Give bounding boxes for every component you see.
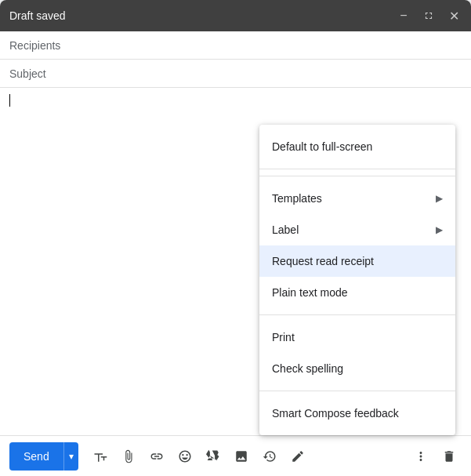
menu-item-label-templates: Templates xyxy=(272,192,322,205)
subject-field xyxy=(0,60,471,88)
edit-button[interactable] xyxy=(285,444,310,469)
insert-emoji-button[interactable] xyxy=(172,444,197,469)
menu-item-templates[interactable]: Templates▶ xyxy=(259,183,455,214)
menu-divider xyxy=(259,391,455,391)
close-button[interactable]: ✕ xyxy=(446,8,462,24)
delete-button[interactable] xyxy=(437,444,462,469)
menu-item-label-print: Print xyxy=(272,331,295,343)
compose-header: Draft saved − ✕ xyxy=(0,0,471,31)
menu-item-label-check-spelling: Check spelling xyxy=(272,362,343,375)
menu-divider xyxy=(259,176,455,176)
insert-link-button[interactable] xyxy=(144,444,169,469)
header-actions: − ✕ xyxy=(396,8,462,24)
menu-divider xyxy=(259,169,455,169)
chevron-right-icon: ▶ xyxy=(436,193,443,204)
expand-button[interactable] xyxy=(421,8,437,24)
toolbar-end xyxy=(408,444,462,469)
attach-file-button[interactable] xyxy=(116,444,141,469)
recipients-field xyxy=(0,31,471,60)
compose-toolbar: Send ▾ xyxy=(0,435,471,476)
menu-divider xyxy=(259,314,455,315)
compose-window: Draft saved − ✕ Default to full-screenTe… xyxy=(0,0,471,476)
google-drive-button[interactable] xyxy=(201,444,226,469)
menu-item-request-read-receipt[interactable]: Request read receipt xyxy=(259,245,455,277)
send-button[interactable]: Send xyxy=(9,442,63,471)
menu-item-check-spelling[interactable]: Check spelling xyxy=(259,353,455,384)
recipients-input[interactable] xyxy=(9,39,462,52)
send-button-container: Send ▾ xyxy=(9,442,78,471)
format-text-button[interactable] xyxy=(88,444,113,469)
menu-item-smart-compose-feedback[interactable]: Smart Compose feedback xyxy=(259,398,455,429)
menu-item-print[interactable]: Print xyxy=(259,322,455,353)
more-options-button[interactable] xyxy=(408,444,433,469)
menu-item-label-plain-text-mode: Plain text mode xyxy=(272,286,348,299)
send-arrow-icon: ▾ xyxy=(69,451,74,462)
menu-item-label-smart-compose-feedback: Smart Compose feedback xyxy=(272,407,399,420)
menu-item-default-full-screen[interactable]: Default to full-screen xyxy=(259,131,455,162)
menu-item-label[interactable]: Label▶ xyxy=(259,214,455,245)
insert-photo-button[interactable] xyxy=(229,444,254,469)
menu-item-label-request-read-receipt: Request read receipt xyxy=(272,255,374,267)
compose-title: Draft saved xyxy=(9,9,66,22)
minimize-button[interactable]: − xyxy=(396,8,411,24)
send-arrow-button[interactable]: ▾ xyxy=(63,442,78,471)
chevron-right-icon: ▶ xyxy=(436,224,443,235)
text-cursor xyxy=(9,94,10,107)
more-time-button[interactable] xyxy=(257,444,282,469)
subject-input[interactable] xyxy=(9,67,462,80)
context-menu: Default to full-screenTemplates▶Label▶Re… xyxy=(259,125,455,435)
menu-item-label-label: Label xyxy=(272,223,299,236)
menu-item-label-default-full-screen: Default to full-screen xyxy=(272,140,372,153)
menu-item-plain-text-mode[interactable]: Plain text mode xyxy=(259,277,455,308)
